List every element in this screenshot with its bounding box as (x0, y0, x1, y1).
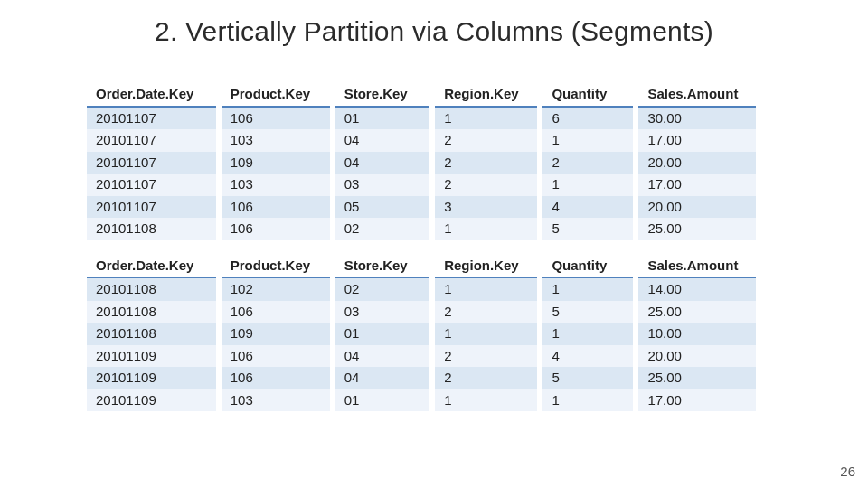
cell-region-key: 2 (432, 367, 540, 389)
col-header-region-key: Region.Key (432, 253, 540, 278)
table-row: 20101109 106 04 2 4 20.00 (87, 345, 756, 368)
cell-store-key: 01 (333, 389, 432, 412)
cell-quantity: 1 (540, 174, 636, 196)
cell-sales-amount: 20.00 (636, 152, 756, 174)
cell-region-key: 2 (432, 129, 540, 152)
cell-region-key: 3 (432, 196, 540, 219)
cell-product-key: 106 (219, 301, 333, 324)
cell-product-key: 103 (219, 174, 333, 196)
table-row: 20101108 109 01 1 1 10.00 (87, 323, 756, 345)
cell-region-key: 1 (432, 107, 540, 130)
cell-store-key: 04 (333, 129, 432, 152)
cell-order-date-key: 20101109 (87, 345, 219, 368)
cell-sales-amount: 20.00 (636, 345, 756, 368)
cell-region-key: 1 (432, 277, 540, 301)
cell-sales-amount: 25.00 (636, 218, 756, 240)
cell-quantity: 1 (540, 129, 636, 152)
cell-sales-amount: 25.00 (636, 367, 756, 389)
table-row: 20101108 102 02 1 1 14.00 (87, 277, 756, 301)
cell-store-key: 02 (333, 277, 432, 301)
cell-sales-amount: 30.00 (636, 107, 756, 130)
cell-product-key: 106 (219, 196, 333, 219)
cell-order-date-key: 20101108 (87, 323, 219, 345)
cell-store-key: 02 (333, 218, 432, 240)
cell-order-date-key: 20101107 (87, 152, 219, 174)
cell-sales-amount: 17.00 (636, 174, 756, 196)
cell-quantity: 5 (540, 218, 636, 240)
cell-store-key: 01 (333, 107, 432, 130)
cell-quantity: 4 (540, 345, 636, 368)
segment-table-1: Order.Date.Key Product.Key Store.Key Reg… (87, 81, 756, 240)
cell-product-key: 106 (219, 345, 333, 368)
cell-product-key: 109 (219, 152, 333, 174)
cell-order-date-key: 20101107 (87, 174, 219, 196)
cell-order-date-key: 20101108 (87, 301, 219, 324)
slide: 2. Vertically Partition via Columns (Seg… (0, 0, 868, 488)
cell-region-key: 1 (432, 218, 540, 240)
cell-quantity: 1 (540, 277, 636, 301)
col-header-product-key: Product.Key (219, 253, 333, 278)
cell-quantity: 5 (540, 301, 636, 324)
col-header-product-key: Product.Key (219, 81, 333, 107)
table-header-row: Order.Date.Key Product.Key Store.Key Reg… (87, 81, 756, 107)
col-header-sales-amount: Sales.Amount (636, 81, 756, 107)
table-row: 20101108 106 03 2 5 25.00 (87, 301, 756, 324)
col-header-sales-amount: Sales.Amount (636, 253, 756, 278)
cell-order-date-key: 20101108 (87, 277, 219, 301)
cell-order-date-key: 20101107 (87, 196, 219, 219)
slide-title: 2. Vertically Partition via Columns (Seg… (0, 16, 868, 47)
table-header-row: Order.Date.Key Product.Key Store.Key Reg… (87, 253, 756, 278)
table-row: 20101107 103 04 2 1 17.00 (87, 129, 756, 152)
col-header-store-key: Store.Key (333, 81, 432, 107)
cell-product-key: 102 (219, 277, 333, 301)
table-row: 20101107 103 03 2 1 17.00 (87, 174, 756, 196)
table-row: 20101108 106 02 1 5 25.00 (87, 218, 756, 240)
col-header-store-key: Store.Key (333, 253, 432, 278)
cell-sales-amount: 17.00 (636, 389, 756, 412)
cell-product-key: 106 (219, 107, 333, 130)
cell-store-key: 03 (333, 301, 432, 324)
table-row: 20101109 106 04 2 5 25.00 (87, 367, 756, 389)
col-header-order-date-key: Order.Date.Key (87, 81, 219, 107)
cell-product-key: 106 (219, 367, 333, 389)
segment-table-2: Order.Date.Key Product.Key Store.Key Reg… (87, 253, 756, 412)
cell-order-date-key: 20101107 (87, 107, 219, 130)
cell-region-key: 2 (432, 345, 540, 368)
cell-region-key: 2 (432, 152, 540, 174)
table-row: 20101107 106 01 1 6 30.00 (87, 107, 756, 130)
col-header-quantity: Quantity (540, 81, 636, 107)
cell-sales-amount: 25.00 (636, 301, 756, 324)
cell-product-key: 103 (219, 389, 333, 412)
cell-product-key: 103 (219, 129, 333, 152)
col-header-quantity: Quantity (540, 253, 636, 278)
table-row: 20101107 109 04 2 2 20.00 (87, 152, 756, 174)
cell-region-key: 1 (432, 389, 540, 412)
cell-quantity: 2 (540, 152, 636, 174)
cell-quantity: 4 (540, 196, 636, 219)
cell-order-date-key: 20101108 (87, 218, 219, 240)
cell-store-key: 04 (333, 367, 432, 389)
cell-quantity: 5 (540, 367, 636, 389)
cell-store-key: 03 (333, 174, 432, 196)
col-header-order-date-key: Order.Date.Key (87, 253, 219, 278)
cell-order-date-key: 20101109 (87, 367, 219, 389)
table-row: 20101109 103 01 1 1 17.00 (87, 389, 756, 412)
cell-quantity: 1 (540, 323, 636, 345)
slide-number: 26 (840, 464, 855, 479)
cell-sales-amount: 17.00 (636, 129, 756, 152)
cell-product-key: 106 (219, 218, 333, 240)
table-row: 20101107 106 05 3 4 20.00 (87, 196, 756, 219)
cell-sales-amount: 20.00 (636, 196, 756, 219)
cell-store-key: 05 (333, 196, 432, 219)
cell-region-key: 2 (432, 174, 540, 196)
cell-store-key: 01 (333, 323, 432, 345)
cell-quantity: 1 (540, 389, 636, 412)
cell-quantity: 6 (540, 107, 636, 130)
cell-store-key: 04 (333, 152, 432, 174)
col-header-region-key: Region.Key (432, 81, 540, 107)
cell-sales-amount: 10.00 (636, 323, 756, 345)
cell-order-date-key: 20101109 (87, 389, 219, 412)
cell-order-date-key: 20101107 (87, 129, 219, 152)
cell-store-key: 04 (333, 345, 432, 368)
tables-container: Order.Date.Key Product.Key Store.Key Reg… (87, 81, 756, 411)
